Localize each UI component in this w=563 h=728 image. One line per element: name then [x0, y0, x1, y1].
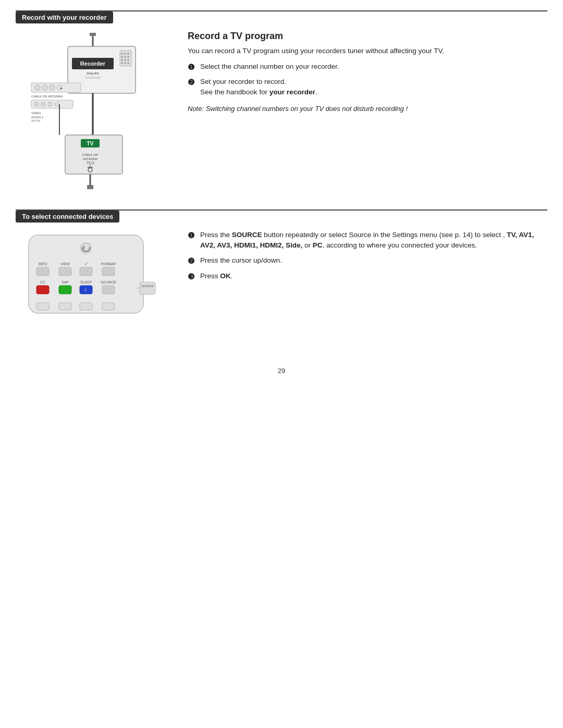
svg-point-4 — [121, 53, 123, 55]
source-step1: ❶ Press the SOURCE button repeatedly or … — [188, 230, 547, 251]
svg-point-26 — [34, 102, 39, 106]
svg-text:☾: ☾ — [84, 288, 88, 292]
svg-point-11 — [125, 59, 126, 61]
svg-text:FORMAT: FORMAT — [101, 262, 116, 266]
svg-text:TELEVISION: TELEVISION — [85, 76, 101, 79]
svg-rect-71 — [59, 303, 71, 310]
svg-text:SLEEP: SLEEP — [80, 280, 92, 284]
svg-rect-63 — [59, 286, 71, 294]
svg-point-28 — [48, 102, 52, 106]
svg-text:TV: TV — [87, 141, 94, 146]
step2-text: Set your recorder to record.See the hand… — [200, 77, 317, 98]
section1-text: Record a TV program You can record a TV … — [188, 31, 547, 199]
svg-point-10 — [121, 59, 123, 61]
svg-point-7 — [121, 56, 123, 58]
svg-text:ANTENNA: ANTENNA — [83, 157, 98, 161]
source-step3: ❸ Press OK. — [188, 271, 547, 283]
note-text: Note: Switching channel numbers on your … — [188, 104, 547, 114]
svg-rect-47 — [87, 185, 93, 189]
svg-rect-34 — [90, 33, 96, 36]
svg-point-5 — [125, 53, 126, 55]
svg-rect-3 — [120, 51, 131, 66]
svg-text:CC: CC — [40, 280, 45, 284]
svg-rect-56 — [80, 267, 92, 276]
source-step2: ❷ Press the cursor up/down. — [188, 255, 547, 267]
recorder-diagram-svg: Recorder PHILIPS — [16, 31, 162, 198]
step2: ❷ Set your recorder to record.See the ha… — [188, 77, 547, 98]
svg-text:SAP: SAP — [62, 280, 69, 284]
svg-text:SOURCE: SOURCE — [141, 285, 154, 288]
svg-point-9 — [128, 56, 129, 58]
svg-text:75 Ω: 75 Ω — [87, 161, 94, 165]
section1-intro: You can record a TV program using your r… — [188, 46, 547, 56]
svg-rect-54 — [36, 267, 49, 276]
source-step2-text: Press the cursor up/down. — [200, 255, 282, 266]
source-step2-num: ❷ — [188, 255, 197, 267]
remote-diagram: INFO VIEW ✓ FORMAT CC SAP SLEEP SOURCE — [16, 230, 172, 346]
svg-text:CABLE OR: CABLE OR — [82, 153, 99, 156]
svg-rect-72 — [80, 303, 92, 310]
svg-point-13 — [121, 63, 123, 64]
svg-text:▶: ▶ — [60, 87, 63, 90]
svg-point-27 — [41, 102, 45, 106]
svg-point-6 — [128, 53, 129, 55]
record-tv-title: Record a TV program — [188, 31, 547, 42]
source-step3-text: Press OK. — [200, 271, 232, 281]
section2-header: To select connected devices — [16, 211, 119, 223]
svg-rect-73 — [102, 303, 115, 310]
recorder-diagram: Recorder PHILIPS — [16, 31, 172, 199]
svg-text:PHILIPS: PHILIPS — [87, 72, 99, 75]
svg-text:CABLE OR ANTENNA: CABLE OR ANTENNA — [31, 95, 63, 98]
svg-point-15 — [128, 63, 129, 64]
svg-point-14 — [125, 63, 126, 64]
source-step1-num: ❶ — [188, 230, 197, 242]
svg-point-20 — [42, 85, 47, 90]
svg-rect-55 — [59, 267, 71, 276]
svg-text:AUDIO L: AUDIO L — [31, 116, 44, 119]
svg-text:SOURCE: SOURCE — [101, 280, 116, 284]
svg-point-19 — [35, 85, 40, 90]
svg-text:INFO: INFO — [39, 262, 47, 266]
svg-rect-62 — [36, 286, 49, 294]
svg-point-8 — [125, 56, 126, 58]
svg-rect-70 — [36, 303, 49, 310]
section2-text: ❶ Press the SOURCE button repeatedly or … — [188, 230, 547, 287]
step2-num: ❷ — [188, 77, 197, 89]
source-step1-text: Press the SOURCE button repeatedly or se… — [200, 230, 547, 251]
step1-num: ❶ — [188, 61, 197, 73]
svg-point-12 — [128, 59, 129, 61]
svg-text:✓: ✓ — [84, 262, 88, 266]
page-number: 29 — [16, 367, 547, 375]
section-record: Record with your recorder Recorder — [16, 10, 547, 199]
step1-text: Select the channel number on your record… — [200, 61, 339, 72]
section1-header: Record with your recorder — [16, 11, 113, 23]
remote-diagram-svg: INFO VIEW ✓ FORMAT CC SAP SLEEP SOURCE — [16, 230, 162, 344]
svg-rect-67 — [140, 282, 155, 294]
svg-text:TO TV: TO TV — [31, 119, 40, 122]
svg-rect-65 — [102, 286, 115, 294]
step1: ❶ Select the channel number on your reco… — [188, 61, 547, 73]
svg-text:VIDEO: VIDEO — [31, 112, 41, 115]
svg-text:Recorder: Recorder — [80, 60, 106, 67]
section-select-devices: To select connected devices INFO VIEW ✓ — [16, 209, 547, 346]
svg-text:VIEW: VIEW — [60, 262, 70, 266]
source-step3-num: ❸ — [188, 271, 197, 283]
svg-point-21 — [50, 85, 55, 90]
svg-rect-57 — [102, 267, 115, 276]
